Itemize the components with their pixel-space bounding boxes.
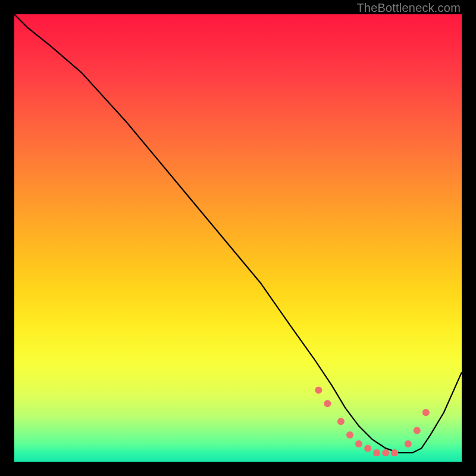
marker-dot — [364, 444, 371, 452]
marker-dot — [337, 418, 345, 425]
chart-frame: TheBottleneck.com — [0, 0, 476, 476]
chart-svg — [14, 14, 462, 462]
marker-dot — [422, 409, 430, 416]
marker-dot — [382, 449, 389, 456]
plot-area — [14, 14, 462, 462]
marker-dot — [324, 400, 331, 407]
marker-dot — [346, 431, 353, 439]
marker-dot — [315, 387, 322, 394]
marker-dot — [355, 440, 362, 447]
main-curve — [14, 14, 462, 453]
marker-dot — [391, 449, 398, 456]
watermark-text: TheBottleneck.com — [356, 1, 461, 15]
marker-dot — [414, 427, 421, 434]
marker-group — [315, 387, 429, 456]
marker-dot — [373, 449, 380, 456]
marker-dot — [405, 440, 412, 447]
